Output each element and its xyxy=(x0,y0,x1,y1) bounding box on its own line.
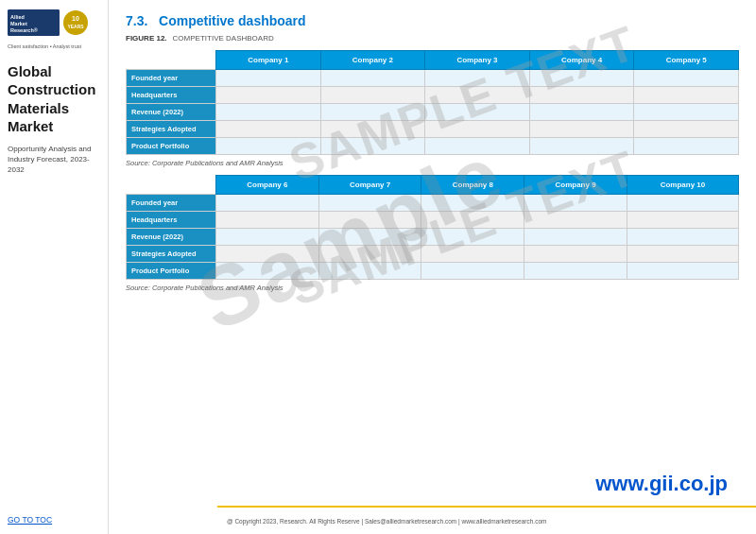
cell-c2-strategies xyxy=(320,121,425,138)
source-note-1: Source: Corporate Publications and AMR A… xyxy=(126,159,739,167)
row-label-revenue: Revenue (2022) xyxy=(127,104,216,121)
table-row: Strategies Adopted xyxy=(127,121,739,138)
table-row: Strategies Adopted xyxy=(127,246,739,263)
figure-title: COMPETITIVE DASHBOARD xyxy=(173,34,274,43)
section-number: 7.3. xyxy=(126,13,147,28)
table2-col-company10: Company 10 xyxy=(627,176,738,195)
table2: Company 6 Company 7 Company 8 Company 9 … xyxy=(126,175,739,280)
row-label-hq: Headquarters xyxy=(127,87,216,104)
row2-label-founded: Founded year xyxy=(127,195,216,212)
cell2-c10-founded xyxy=(627,195,738,212)
cell2-c7-portfolio xyxy=(318,263,421,280)
anniversary-badge: 10YEARS xyxy=(63,10,88,35)
table-row: Revenue (2022) xyxy=(127,104,739,121)
cell-c2-revenue xyxy=(320,104,425,121)
table-row: Founded year xyxy=(127,195,739,212)
cell2-c10-strategies xyxy=(627,246,738,263)
cell-c3-strategies xyxy=(425,121,530,138)
cell2-c8-revenue xyxy=(421,229,524,246)
cell2-c8-founded xyxy=(421,195,524,212)
cell-c5-portfolio xyxy=(634,138,739,155)
row2-label-revenue: Revenue (2022) xyxy=(127,229,216,246)
row-label-strategies: Strategies Adopted xyxy=(127,121,216,138)
cell2-c6-founded xyxy=(216,195,319,212)
svg-text:Allied: Allied xyxy=(10,14,25,20)
row2-label-hq: Headquarters xyxy=(127,212,216,229)
cell2-c6-revenue xyxy=(216,229,319,246)
table2-col-company8: Company 8 xyxy=(421,176,524,195)
table-row: Founded year xyxy=(127,70,739,87)
cell2-c10-revenue xyxy=(627,229,738,246)
cell2-c9-strategies xyxy=(524,246,627,263)
cell2-c6-strategies xyxy=(216,246,319,263)
table1-col-company5: Company 5 xyxy=(634,51,739,70)
market-title: GlobalConstructionMaterialsMarket xyxy=(8,62,100,136)
section-heading: 7.3. Competitive dashboard xyxy=(126,13,739,28)
cell2-c9-hq xyxy=(524,212,627,229)
cell-c1-portfolio xyxy=(216,138,321,155)
sidebar-tagline: Client satisfaction • Analyst trust xyxy=(8,43,100,51)
table2-col-empty xyxy=(127,176,216,195)
gii-watermark: www.gii.co.jp xyxy=(595,472,728,496)
cell2-c8-hq xyxy=(421,212,524,229)
table2-header: Company 6 Company 7 Company 8 Company 9 … xyxy=(127,176,739,195)
cell-c2-hq xyxy=(320,87,425,104)
footer: @ Copyright 2023, Research. All Rights R… xyxy=(217,506,756,534)
table2-col-company6: Company 6 xyxy=(216,176,319,195)
main-content: 7.3. Competitive dashboard FIGURE 12. CO… xyxy=(109,0,756,534)
cell-c1-strategies xyxy=(216,121,321,138)
svg-text:Research®: Research® xyxy=(10,27,38,33)
table1-col-company4: Company 4 xyxy=(529,51,634,70)
svg-text:Market: Market xyxy=(10,21,27,26)
table-row: Product Portfolio xyxy=(127,263,739,280)
table1-col-company3: Company 3 xyxy=(425,51,530,70)
cell-c4-strategies xyxy=(529,121,634,138)
cell2-c8-portfolio xyxy=(421,263,524,280)
market-subtitle: Opportunity Analysis and Industry Foreca… xyxy=(8,144,100,176)
row-label-portfolio: Product Portfolio xyxy=(127,138,216,155)
cell2-c7-hq xyxy=(318,212,421,229)
logo-area: Allied Market Research® 10YEARS xyxy=(8,9,100,36)
table-row: Headquarters xyxy=(127,87,739,104)
cell-c3-founded xyxy=(425,70,530,87)
table2-body: Founded year Headquarters Revenue xyxy=(127,195,739,280)
cell-c5-strategies xyxy=(634,121,739,138)
goto-toc-link[interactable]: GO TO TOC xyxy=(8,515,100,525)
cell-c4-revenue xyxy=(529,104,634,121)
cell-c3-hq xyxy=(425,87,530,104)
amr-logo: Allied Market Research® xyxy=(8,9,60,36)
table1-header: Company 1 Company 2 Company 3 Company 4 … xyxy=(127,51,739,70)
row2-label-strategies: Strategies Adopted xyxy=(127,246,216,263)
table1-body: Founded year Headquarters Revenue xyxy=(127,70,739,155)
figure-label: FIGURE 12. COMPETITIVE DASHBOARD xyxy=(126,34,739,43)
table2-col-company7: Company 7 xyxy=(318,176,421,195)
cell-c1-founded xyxy=(216,70,321,87)
cell2-c7-revenue xyxy=(318,229,421,246)
table1-col-empty xyxy=(127,51,216,70)
cell-c4-portfolio xyxy=(529,138,634,155)
sidebar: Allied Market Research® 10YEARS Client s… xyxy=(0,0,109,534)
cell2-c6-portfolio xyxy=(216,263,319,280)
table1-col-company2: Company 2 xyxy=(320,51,425,70)
cell-c1-hq xyxy=(216,87,321,104)
cell2-c8-strategies xyxy=(421,246,524,263)
row2-label-portfolio: Product Portfolio xyxy=(127,263,216,280)
section-title: Competitive dashboard xyxy=(159,13,306,28)
cell-c2-portfolio xyxy=(320,138,425,155)
cell-c2-founded xyxy=(320,70,425,87)
cell2-c9-founded xyxy=(524,195,627,212)
cell-c5-revenue xyxy=(634,104,739,121)
table2-container: SAMPLE TEXT Company 6 Company 7 Company … xyxy=(126,175,739,280)
table-row: Headquarters xyxy=(127,212,739,229)
cell2-c10-hq xyxy=(627,212,738,229)
cell-c5-founded xyxy=(634,70,739,87)
cell2-c6-hq xyxy=(216,212,319,229)
cell-c4-hq xyxy=(529,87,634,104)
figure-number: FIGURE 12. xyxy=(126,34,167,43)
cell2-c9-revenue xyxy=(524,229,627,246)
source-note-2: Source: Corporate Publications and AMR A… xyxy=(126,284,739,292)
cell2-c7-strategies xyxy=(318,246,421,263)
row-label-founded: Founded year xyxy=(127,70,216,87)
table-row: Revenue (2022) xyxy=(127,229,739,246)
cell2-c10-portfolio xyxy=(627,263,738,280)
